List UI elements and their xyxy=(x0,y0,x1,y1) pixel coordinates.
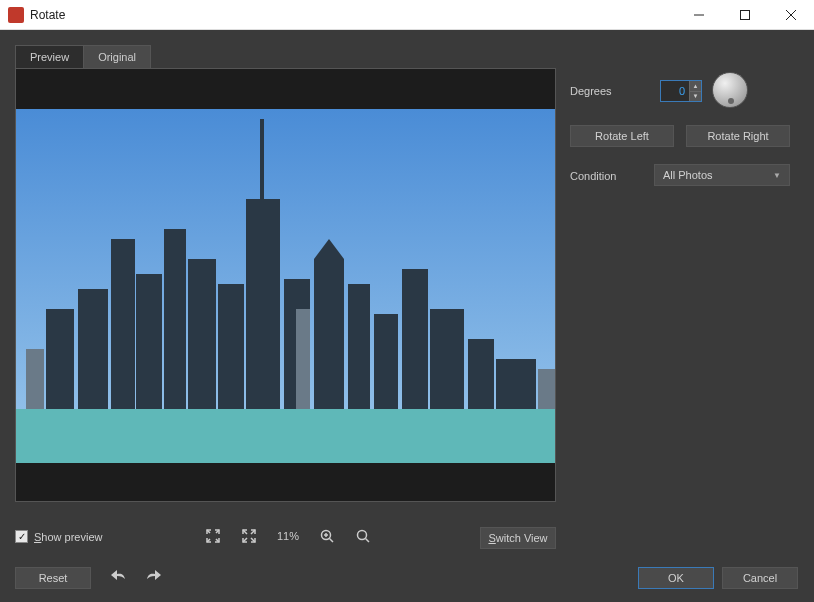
svg-rect-22 xyxy=(468,339,494,409)
degrees-input[interactable] xyxy=(661,81,689,101)
window-title: Rotate xyxy=(30,8,676,22)
svg-rect-24 xyxy=(26,349,44,409)
svg-point-31 xyxy=(358,531,367,540)
svg-rect-26 xyxy=(296,309,310,409)
tab-original[interactable]: Original xyxy=(84,45,151,69)
tab-bar: Preview Original xyxy=(15,45,151,69)
cancel-button[interactable]: Cancel xyxy=(722,567,798,589)
zoom-percent[interactable]: 11% xyxy=(277,530,299,542)
svg-rect-9 xyxy=(78,289,108,409)
app-icon xyxy=(8,7,24,23)
svg-rect-19 xyxy=(374,314,398,409)
preview-frame[interactable] xyxy=(15,68,556,502)
zoom-toolbar: 11% xyxy=(205,528,371,544)
svg-rect-5 xyxy=(16,409,556,463)
svg-rect-10 xyxy=(111,239,135,409)
dialog-body: Preview Original xyxy=(0,30,814,602)
svg-rect-8 xyxy=(46,309,74,409)
dropdown-icon: ▼ xyxy=(773,171,781,180)
svg-rect-13 xyxy=(188,259,216,409)
svg-line-32 xyxy=(366,539,370,543)
svg-rect-12 xyxy=(164,229,186,409)
condition-select[interactable]: All Photos ▼ xyxy=(654,164,790,186)
degrees-label: Degrees xyxy=(570,85,612,97)
svg-rect-14 xyxy=(218,284,244,409)
preview-image xyxy=(16,109,556,463)
svg-rect-11 xyxy=(136,274,162,409)
minimize-button[interactable] xyxy=(676,0,722,30)
checkbox-icon: ✓ xyxy=(15,530,28,543)
actual-size-icon[interactable] xyxy=(241,528,257,544)
spinner-up-icon[interactable]: ▲ xyxy=(689,81,701,91)
condition-label: Condition xyxy=(570,170,616,182)
svg-rect-21 xyxy=(430,309,464,409)
degrees-spinner[interactable]: ▲ ▼ xyxy=(660,80,702,102)
title-bar: Rotate xyxy=(0,0,814,30)
maximize-button[interactable] xyxy=(722,0,768,30)
svg-rect-23 xyxy=(496,359,536,409)
undo-icon[interactable] xyxy=(110,567,126,583)
svg-rect-7 xyxy=(260,119,264,199)
svg-rect-16 xyxy=(314,259,344,409)
rotate-right-button[interactable]: Rotate Right xyxy=(686,125,790,147)
spinner-down-icon[interactable]: ▼ xyxy=(689,91,701,102)
svg-line-28 xyxy=(330,539,334,543)
close-button[interactable] xyxy=(768,0,814,30)
rotation-knob[interactable] xyxy=(712,72,748,108)
svg-rect-18 xyxy=(348,284,370,409)
switch-view-button[interactable]: Switch View xyxy=(480,527,556,549)
show-preview-label: Show preview xyxy=(34,531,102,543)
zoom-out-icon[interactable] xyxy=(355,528,371,544)
zoom-in-icon[interactable] xyxy=(319,528,335,544)
ok-button[interactable]: OK xyxy=(638,567,714,589)
reset-button[interactable]: Reset xyxy=(15,567,91,589)
redo-icon[interactable] xyxy=(146,567,162,583)
undo-redo-toolbar xyxy=(110,567,162,583)
condition-value: All Photos xyxy=(663,169,713,181)
rotate-left-button[interactable]: Rotate Left xyxy=(570,125,674,147)
spinner-arrows: ▲ ▼ xyxy=(689,81,701,101)
tab-preview[interactable]: Preview xyxy=(15,45,84,69)
svg-rect-6 xyxy=(246,199,280,409)
fit-screen-icon[interactable] xyxy=(205,528,221,544)
svg-rect-20 xyxy=(402,269,428,409)
show-preview-checkbox[interactable]: ✓ Show preview xyxy=(15,530,102,543)
svg-rect-25 xyxy=(538,369,556,409)
svg-rect-1 xyxy=(741,10,750,19)
